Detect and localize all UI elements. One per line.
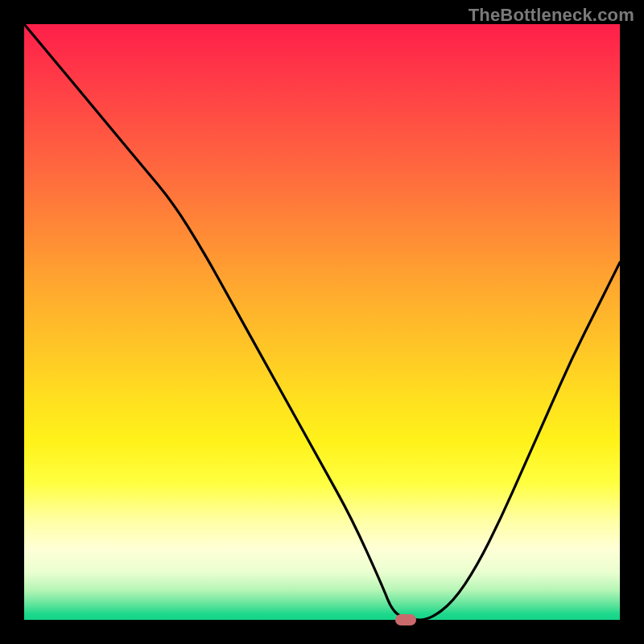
plot-area — [24, 24, 620, 620]
minimum-marker — [395, 614, 416, 625]
watermark-text: TheBottleneck.com — [469, 5, 634, 26]
bottleneck-curve — [24, 24, 620, 620]
chart-frame: TheBottleneck.com — [0, 0, 644, 644]
